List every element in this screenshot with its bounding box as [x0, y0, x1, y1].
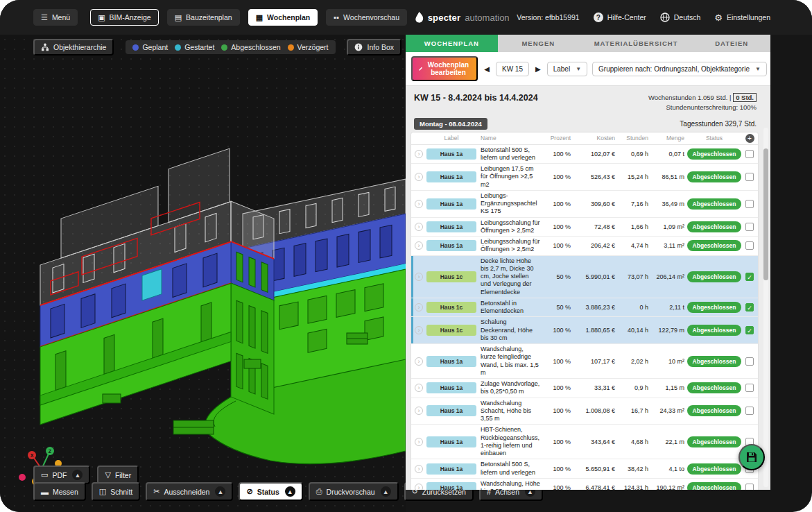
- expand-row-button[interactable]: ›: [415, 465, 423, 473]
- table-row[interactable]: ›Haus 1aLeibungen 17,5 cm für Öffnungen …: [411, 164, 758, 191]
- expand-row-button[interactable]: ›: [415, 484, 423, 490]
- filter-icon: ▽: [105, 470, 110, 479]
- expand-row-button[interactable]: ›: [415, 150, 423, 158]
- expand-row-button[interactable]: ›: [415, 273, 423, 281]
- table-row[interactable]: ›Haus 1aHBT-Schienen, Rückbiegeanschluss…: [411, 425, 758, 459]
- language-button[interactable]: Deutsch: [660, 12, 701, 22]
- status-badge[interactable]: Abgeschlossen: [687, 171, 742, 182]
- table-row[interactable]: ›Haus 1cSchalung Deckenrand, Höhe bis 30…: [411, 317, 758, 344]
- status-badge[interactable]: Abgeschlossen: [687, 436, 742, 447]
- row-checkbox[interactable]: [745, 407, 754, 415]
- tool-label: Druckvorschau: [327, 488, 375, 496]
- expand-row-button[interactable]: ›: [415, 303, 423, 312]
- info-box-button[interactable]: Info Box: [347, 39, 401, 56]
- table-row[interactable]: ›Haus 1aLeibungsschalung für Öffnungen >…: [411, 237, 758, 256]
- row-checkbox[interactable]: [745, 241, 754, 250]
- scrollbar-thumb[interactable]: [763, 148, 768, 280]
- table-row[interactable]: ›Haus 1aWandschalung, kurze feingliedrig…: [411, 344, 758, 379]
- save-button[interactable]: [738, 444, 765, 470]
- row-checkbox[interactable]: [745, 223, 754, 231]
- expand-row-button[interactable]: ›: [415, 200, 423, 208]
- status-badge[interactable]: Abgeschlossen: [687, 356, 742, 367]
- bim-3d-viewport[interactable]: Objekthierarchie GeplantGestartetAbgesch…: [0, 35, 406, 512]
- status-badge[interactable]: Abgeschlossen: [687, 271, 742, 282]
- row-checkbox[interactable]: ✓: [745, 326, 754, 334]
- tab-mengen[interactable]: MENGEN: [498, 35, 579, 52]
- row-checkbox[interactable]: [745, 150, 754, 158]
- tool-filter[interactable]: ▽Filter: [97, 466, 139, 484]
- status-cell: Abgeschlossen: [687, 302, 741, 313]
- tool-messen[interactable]: ▬Messen: [33, 482, 86, 501]
- view-button-bim-anzeige[interactable]: ▣BIM-Anzeige: [90, 9, 159, 26]
- table-row[interactable]: ›Haus 1aWandschalung Schacht, Höhe bis 3…: [411, 398, 758, 425]
- table-row[interactable]: ›Haus 1cBetonstahl in Elementdecken50 %3…: [411, 298, 758, 318]
- status-badge[interactable]: Abgeschlossen: [687, 148, 742, 160]
- tool-schnitt[interactable]: ◫Schnitt: [92, 482, 141, 501]
- week-selector[interactable]: KW 15: [496, 62, 529, 76]
- row-checkbox[interactable]: ✓: [745, 273, 754, 281]
- table-row[interactable]: ›Haus 1aLeibungs-Ergänzungsspachtel KS 1…: [411, 191, 758, 218]
- tool-status[interactable]: ⊘Status▲: [239, 482, 302, 501]
- building-model[interactable]: [0, 35, 406, 512]
- status-badge[interactable]: Abgeschlossen: [687, 325, 742, 336]
- expand-row-button[interactable]: ›: [415, 438, 423, 446]
- tab-materialübersicht[interactable]: MATERIALÜBERSICHT: [579, 35, 693, 52]
- help-center-button[interactable]: ? Hilfe-Center: [594, 12, 646, 22]
- edit-wochenplan-button[interactable]: Wochenplan bearbeiten: [411, 56, 478, 81]
- topbar-right: Version: efbb15991 ? Hilfe-Center Deutsc…: [517, 12, 770, 23]
- row-checkbox[interactable]: [745, 484, 754, 490]
- status-cell: Abgeschlossen: [687, 405, 741, 416]
- settings-button[interactable]: ⚙ Einstellungen: [714, 12, 770, 23]
- tab-dateien[interactable]: DATEIEN: [693, 35, 770, 52]
- tool-toggle-icon[interactable]: ▲: [215, 486, 225, 497]
- menu-button[interactable]: ☰ Menü: [33, 9, 78, 26]
- legend-item-gestartet: Gestartet: [175, 43, 214, 51]
- row-checkbox[interactable]: [745, 384, 754, 392]
- week-next-button[interactable]: ▶: [534, 64, 542, 74]
- table-row[interactable]: ›Haus 1cDecke lichte Höhe bis 2,7 m, Dic…: [411, 256, 758, 298]
- expand-row-button[interactable]: ›: [415, 407, 423, 415]
- tool-druckvorschau[interactable]: ⎙Druckvorschau▲: [309, 482, 399, 501]
- day-header: Montag - 08.04.2024Tagesstunden 329,7 St…: [414, 118, 757, 130]
- table-row[interactable]: ›Haus 1aBetonstahl 500 S, liefern und ve…: [411, 459, 758, 479]
- row-checkbox[interactable]: [745, 357, 754, 366]
- status-badge[interactable]: Abgeschlossen: [687, 221, 742, 232]
- week-prev-button[interactable]: ◀: [483, 64, 491, 74]
- group-by-dropdown[interactable]: Gruppieren nach: Ordnungszahl, Objektkat…: [592, 62, 767, 76]
- view-button-bauzeitenplan[interactable]: ▤Bauzeitenplan: [167, 9, 240, 26]
- kosten-cell: 102,07 €: [573, 151, 618, 157]
- expand-row-button[interactable]: ›: [415, 173, 423, 181]
- table-row[interactable]: ›Haus 1aBetonstahl 500 S, liefern und ve…: [411, 145, 758, 164]
- status-badge[interactable]: Abgeschlossen: [687, 240, 742, 251]
- expand-row-button[interactable]: ›: [415, 223, 423, 231]
- table-row[interactable]: ›Haus 1aZulage Wandvorlage, bis 0,25*0,5…: [411, 379, 758, 398]
- view-button-wochenplan[interactable]: ▦Wochenplan: [248, 9, 318, 26]
- row-checkbox[interactable]: [745, 200, 754, 208]
- tool-toggle-icon[interactable]: ▲: [381, 486, 391, 497]
- expand-row-button[interactable]: ›: [415, 241, 423, 250]
- table-row[interactable]: ›Haus 1aLeibungsschalung für Öffnungen >…: [411, 218, 758, 237]
- status-badge[interactable]: Abgeschlossen: [687, 405, 742, 416]
- table-row[interactable]: ›Haus 1aWandschalung, Höhe bis 3,55 m100…: [411, 479, 758, 490]
- tool-toggle-icon[interactable]: ▲: [285, 486, 295, 497]
- row-checkbox[interactable]: ✓: [745, 303, 754, 312]
- label-dropdown[interactable]: Label ▼: [547, 62, 587, 76]
- status-badge[interactable]: Abgeschlossen: [687, 302, 742, 313]
- object-hierarchy-button[interactable]: Objekthierarchie: [33, 39, 114, 56]
- stunden-cell: 0 h: [618, 304, 651, 311]
- tab-wochenplan[interactable]: WOCHENPLAN: [406, 35, 498, 52]
- status-badge[interactable]: Abgeschlossen: [687, 463, 742, 475]
- tool-ausschneiden[interactable]: ✂Ausschneiden▲: [146, 482, 233, 501]
- tool-toggle-icon[interactable]: ▲: [72, 470, 83, 480]
- status-badge[interactable]: Abgeschlossen: [687, 482, 742, 490]
- panel-scrollbar[interactable]: [763, 128, 768, 487]
- expand-row-button[interactable]: ›: [415, 326, 423, 334]
- status-badge[interactable]: Abgeschlossen: [687, 382, 742, 393]
- expand-row-button[interactable]: ›: [415, 357, 423, 366]
- row-checkbox[interactable]: [745, 173, 754, 181]
- tool-pdf[interactable]: ▭PDF▲: [33, 466, 90, 484]
- add-row-button[interactable]: +: [745, 134, 754, 143]
- status-badge[interactable]: Abgeschlossen: [687, 198, 742, 210]
- expand-row-button[interactable]: ›: [415, 384, 423, 392]
- view-button-wochenvorschau[interactable]: ▪▪Wochenvorschau: [326, 9, 407, 26]
